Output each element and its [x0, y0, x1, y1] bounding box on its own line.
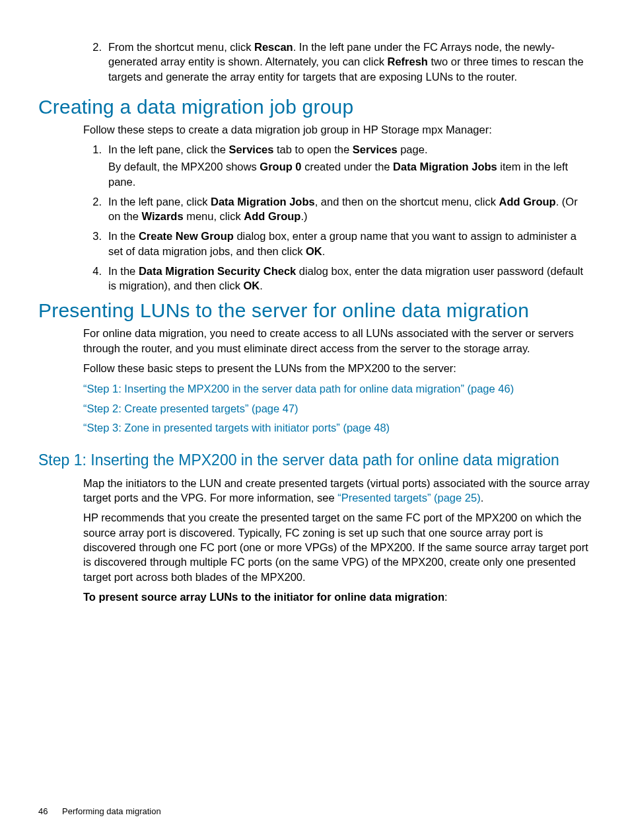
text-fragment: In the	[108, 230, 139, 242]
section1-ordered-list: 1. In the left pane, click the Services …	[83, 142, 592, 293]
text-fragment: From the shortcut menu, click	[108, 41, 254, 53]
text-fragment: In the	[108, 265, 139, 277]
text-fragment: :	[444, 591, 448, 603]
page-body: 2. From the shortcut menu, click Rescan.…	[38, 40, 592, 604]
step1-para2: HP recommends that you create the presen…	[83, 510, 592, 584]
list-item: 4. In the Data Migration Security Check …	[83, 264, 592, 293]
bold-term: Services	[353, 143, 398, 155]
step-link-1[interactable]: “Step 1: Inserting the MPX200 in the ser…	[83, 383, 514, 395]
section-heading-presenting-luns: Presenting LUNs to the server for online…	[38, 299, 592, 322]
section1-intro: Follow these steps to create a data migr…	[83, 122, 592, 137]
bold-term: Data Migration Jobs	[211, 196, 315, 208]
text-fragment: By default, the MPX200 shows	[108, 161, 260, 172]
section2-para1: For online data migration, you need to c…	[83, 326, 592, 356]
bold-term: Services	[229, 143, 274, 155]
text-fragment: menu, click	[184, 210, 244, 222]
bold-lead-in: To present source array LUNs to the init…	[83, 591, 444, 603]
list-number: 1.	[83, 142, 102, 157]
bold-term: Data Migration Jobs	[393, 161, 497, 172]
step1-para3: To present source array LUNs to the init…	[83, 590, 592, 604]
section-heading-creating-group: Creating a data migration job group	[38, 96, 592, 118]
intro-list-item-2: 2. From the shortcut menu, click Rescan.…	[83, 40, 592, 84]
text-fragment: .	[322, 245, 326, 257]
list-item: 1. In the left pane, click the Services …	[83, 142, 592, 189]
section2-para2: Follow these basic steps to present the …	[83, 361, 592, 375]
list-item: 3. In the Create New Group dialog box, e…	[83, 229, 592, 258]
page-number: 46	[38, 806, 48, 816]
footer-title: Performing data migration	[62, 806, 161, 816]
text-fragment: .	[481, 492, 484, 504]
bold-term: OK	[244, 280, 260, 291]
text-fragment: .	[260, 280, 263, 291]
subsection-heading-step1: Step 1: Inserting the MPX200 in the serv…	[38, 451, 592, 469]
bold-term: Refresh	[388, 56, 428, 67]
text-fragment: In the left pane, click	[108, 196, 211, 208]
text-fragment: page.	[398, 143, 428, 155]
page-footer: 46 Performing data migration	[38, 806, 161, 816]
list-number: 2.	[83, 40, 102, 54]
text-fragment: created under the	[302, 161, 394, 172]
bold-term: Group 0	[260, 161, 301, 172]
bold-term: Add Group	[244, 210, 300, 222]
list-number: 4.	[83, 264, 102, 278]
inline-link-presented-targets[interactable]: “Presented targets” (page 25)	[337, 492, 480, 504]
step-links: “Step 1: Inserting the MPX200 in the ser…	[38, 381, 592, 437]
step-link-2[interactable]: “Step 2: Create presented targets” (page…	[83, 402, 298, 414]
bold-term: Wizards	[141, 210, 183, 222]
step-link-3[interactable]: “Step 3: Zone in presented targets with …	[83, 422, 390, 434]
list-sub-paragraph: By default, the MPX200 shows Group 0 cre…	[108, 159, 592, 189]
list-number: 3.	[83, 229, 102, 243]
step1-para1: Map the initiators to the LUN and create…	[83, 476, 592, 506]
text-fragment: Map the initiators to the LUN and create…	[83, 477, 590, 504]
text-fragment: .)	[300, 210, 307, 222]
text-fragment: In the left pane, click the	[108, 143, 229, 155]
bold-term: OK	[306, 245, 322, 257]
intro-ordered-list: 2. From the shortcut menu, click Rescan.…	[83, 40, 592, 84]
bold-term: Data Migration Security Check	[139, 265, 296, 277]
list-number: 2.	[83, 194, 102, 209]
text-fragment: , and then on the shortcut menu, click	[315, 196, 499, 208]
bold-term: Rescan	[254, 41, 293, 53]
list-item: 2. In the left pane, click Data Migratio…	[83, 194, 592, 224]
bold-term: Add Group	[499, 196, 556, 208]
text-fragment: tab to open the	[273, 143, 352, 155]
bold-term: Create New Group	[139, 230, 234, 242]
